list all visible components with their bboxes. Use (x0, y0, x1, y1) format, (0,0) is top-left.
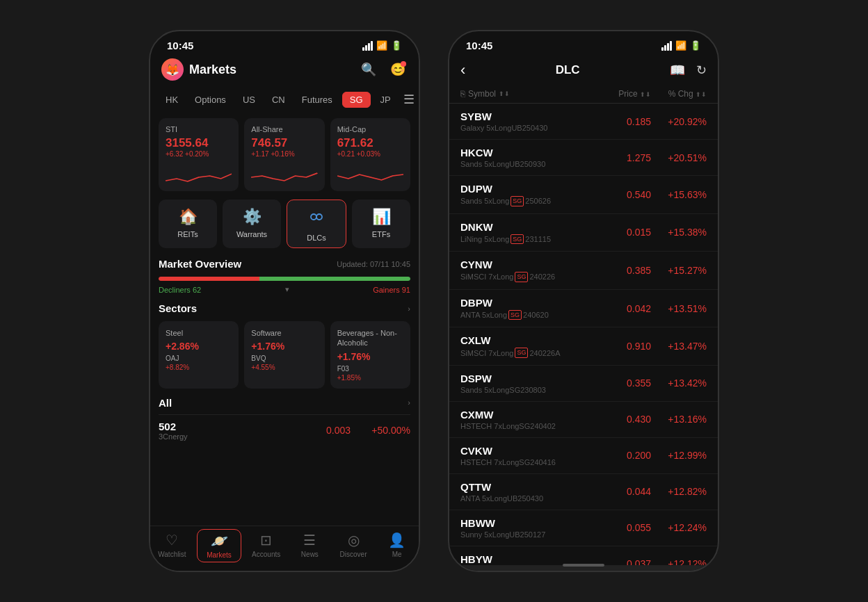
dlc-row-dnkw[interactable]: DNKW LiNing 5xLongSG231115 0.015 +15.38% (449, 214, 718, 252)
col-price-header[interactable]: Price ⬆⬇ (595, 89, 651, 99)
bar-gain (259, 277, 410, 281)
me-label: Me (392, 551, 402, 558)
dlc-symbol-col-hkcw: HKCW Sands 5xLongUB250930 (460, 147, 595, 168)
nav-me[interactable]: 👤 Me (375, 532, 419, 560)
dlc-name-qttw: ANTA 5xLongUB250430 (460, 494, 595, 503)
nav-markets[interactable]: 🪐 Markets (197, 529, 242, 562)
nav-watchlist[interactable]: ♡ Watchlist (150, 532, 194, 560)
index-change-midcap: +0.21 +0.03% (337, 150, 403, 158)
dlc-pct-dspw: +13.42% (651, 377, 707, 389)
bar-decline (159, 277, 259, 281)
accounts-icon: ⊡ (260, 532, 272, 548)
all-pct-502: +50.00% (362, 425, 410, 436)
sectors-arrow-icon[interactable]: › (408, 304, 410, 313)
category-warrants[interactable]: ⚙️ Warrants (223, 200, 281, 248)
markets-label: Markets (207, 551, 232, 559)
tab-sg[interactable]: SG (342, 92, 371, 108)
category-dlcs[interactable]: DLCs (287, 200, 346, 248)
all-row-502[interactable]: 502 3Cnergy 0.003 +50.00% (159, 414, 410, 446)
user-avatar-icon[interactable]: 😊 (388, 60, 408, 79)
dlc-symbol-col-cxmw: CXMW HSTECH 7xLongSG240402 (460, 409, 595, 430)
nav-news[interactable]: ☰ News (288, 532, 332, 560)
all-section: All › 502 3Cnergy 0.003 +50.00% (159, 397, 410, 474)
col-symbol-header[interactable]: ⎘ Symbol ⬆⬇ (460, 89, 595, 99)
dlc-name-dbpw: ANTA 5xLongSG240620 (460, 310, 595, 320)
search-icon[interactable]: 🔍 (359, 60, 378, 79)
dlc-pct-sybw: +20.92% (651, 116, 707, 127)
symbol-label: Symbol (468, 89, 496, 99)
dlc-row-dbpw[interactable]: DBPW ANTA 5xLongSG240620 0.042 +13.51% (449, 290, 718, 328)
nav-discover[interactable]: ◎ Discover (332, 532, 376, 560)
dlc-symbol-col-cxlw: CXLW SiMSCI 7xLongSG240226A (460, 334, 595, 358)
refresh-icon[interactable]: ↻ (696, 63, 707, 78)
dlc-row-dupw[interactable]: DUPW Sands 5xLongSG250626 0.540 +15.63% (449, 176, 718, 214)
tab-jp[interactable]: JP (373, 92, 398, 108)
tab-cn[interactable]: CN (265, 92, 292, 108)
copy-icon-header: ⎘ (460, 89, 465, 99)
dlc-price-cxmw: 0.430 (595, 414, 651, 425)
dlc-title: DLC (556, 63, 580, 77)
svg-point-1 (316, 214, 322, 220)
menu-icon[interactable]: ☰ (401, 89, 417, 110)
sector-card-steel[interactable]: Steel +2.86% OAJ +8.82% (159, 321, 239, 389)
decliners-label: Decliners 62 (159, 286, 201, 294)
dlc-name-sybw: Galaxy 5xLongUB250430 (460, 124, 595, 132)
category-etfs[interactable]: 📊 ETFs (352, 200, 410, 248)
index-card-allshare[interactable]: All-Share 746.57 +1.17 +0.16% (244, 118, 324, 191)
dlc-row-cvkw[interactable]: CVKW HSTECH 7xLongSG240416 0.200 +12.99% (449, 438, 718, 474)
dlc-symbol-dupw: DUPW (460, 183, 595, 195)
markets-icon: 🪐 (211, 532, 228, 549)
index-card-sti[interactable]: STI 3155.64 +6.32 +0.20% (159, 118, 239, 191)
market-overview-section: Market Overview Updated: 07/11 10:45 Dec… (159, 258, 410, 294)
signal-icon-right (661, 41, 672, 51)
col-pct-header[interactable]: % Chg ⬆⬇ (651, 89, 707, 99)
tab-futures[interactable]: Futures (295, 92, 339, 108)
app-logo-area: 🦊 Markets (161, 58, 236, 81)
header-actions: 🔍 😊 (359, 60, 408, 79)
battery-icon-right: 🔋 (690, 40, 701, 51)
nav-accounts[interactable]: ⊡ Accounts (244, 532, 288, 560)
all-arrow-icon[interactable]: › (408, 398, 410, 407)
sector-stock-software: BVQ (251, 355, 317, 362)
category-row: 🏠 REITs ⚙️ Warrants DLCs (159, 200, 410, 248)
dlc-row-qttw[interactable]: QTTW ANTA 5xLongUB250430 0.044 +12.82% (449, 474, 718, 510)
dlc-row-cynw[interactable]: CYNW SiMSCI 7xLongSG240226 0.385 +15.27% (449, 252, 718, 290)
market-overview-title: Market Overview (159, 258, 241, 270)
sector-change-beverages: +1.76% (337, 351, 403, 362)
bookmark-icon[interactable]: 📖 (670, 63, 685, 78)
sector-card-software[interactable]: Software +1.76% BVQ +4.55% (244, 321, 324, 389)
dlc-row-hkcw[interactable]: HKCW Sands 5xLongUB250930 1.275 +20.51% (449, 140, 718, 176)
dlcs-icon (308, 209, 325, 229)
me-icon: 👤 (388, 532, 405, 548)
dlc-symbol-hbww: HBWW (460, 517, 595, 529)
dlc-row-hbww[interactable]: HBWW Sunny 5xLongUB250127 0.055 +12.24% (449, 510, 718, 546)
tab-us[interactable]: US (236, 92, 262, 108)
sector-card-beverages[interactable]: Beverages - Non-Alcoholic +1.76% F03 +1.… (330, 321, 410, 389)
dlc-pct-hkcw: +20.51% (651, 152, 707, 163)
back-button[interactable]: ‹ (460, 61, 465, 79)
sg-badge-cxlw: SG (515, 348, 528, 358)
dlc-symbol-cynw: CYNW (460, 259, 595, 270)
dlc-price-cynw: 0.385 (595, 265, 651, 276)
dlc-row-hbyw[interactable]: HBYW NetEase 5xLongUB250228 0.037 +12.12… (449, 546, 718, 565)
dlc-row-cxlw[interactable]: CXLW SiMSCI 7xLongSG240226A 0.910 +13.47… (449, 327, 718, 366)
dlc-pct-dnkw: +15.38% (651, 227, 707, 238)
category-reits[interactable]: 🏠 REITs (159, 200, 217, 248)
dlc-row-sybw[interactable]: SYBW Galaxy 5xLongUB250430 0.185 +20.92% (449, 104, 718, 140)
fade-overlay (159, 446, 410, 474)
index-card-midcap[interactable]: Mid-Cap 671.62 +0.21 +0.03% (330, 118, 410, 191)
wifi-icon-right: 📶 (675, 40, 686, 51)
tab-hk[interactable]: HK (159, 92, 185, 108)
left-phone: 10:45 📶 🔋 🦊 Markets 🔍 😊 (149, 30, 420, 572)
dlc-symbol-hbyw: HBYW (460, 553, 595, 565)
dlc-price-cvkw: 0.200 (595, 450, 651, 461)
index-name-allshare: All-Share (251, 125, 317, 133)
tab-options[interactable]: Options (188, 92, 233, 108)
dlc-row-cxmw[interactable]: CXMW HSTECH 7xLongSG240402 0.430 +13.16% (449, 402, 718, 438)
mini-chart-allshare (251, 163, 317, 184)
status-bar-right: 10:45 📶 🔋 (449, 31, 718, 54)
dlc-pct-hbyw: +12.12% (651, 558, 707, 565)
dlc-symbol-col-hbww: HBWW Sunny 5xLongUB250127 (460, 517, 595, 539)
dlc-symbol-sybw: SYBW (460, 111, 595, 122)
dlc-row-dspw[interactable]: DSPW Sands 5xLongSG230803 0.355 +13.42% (449, 366, 718, 402)
